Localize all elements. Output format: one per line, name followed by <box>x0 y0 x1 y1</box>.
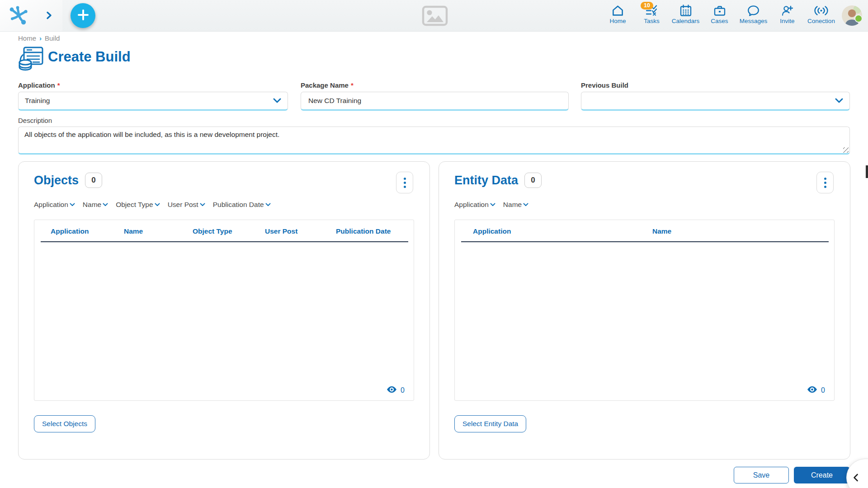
objects-visible-count[interactable]: 0 <box>387 386 405 395</box>
nav-item-conection[interactable]: Conection <box>804 0 838 24</box>
objects-panel-title: Objects 0 <box>34 173 102 188</box>
sidebar-expand-button[interactable] <box>43 10 54 21</box>
column-header[interactable]: Name <box>124 227 193 235</box>
nav-item-calendars[interactable]: Calendars <box>669 0 703 24</box>
application-select-value: Training <box>25 97 50 105</box>
nav-label: Conection <box>807 18 835 24</box>
person-plus-icon <box>781 4 794 17</box>
nav-label: Cases <box>711 18 728 24</box>
filter-application[interactable]: Application <box>454 201 495 209</box>
objects-filters: Application Name Object Type User Post P… <box>34 201 271 209</box>
chevron-down-icon <box>200 203 205 206</box>
nav-item-home[interactable]: Home <box>601 0 635 24</box>
resize-handle[interactable] <box>843 147 849 153</box>
previous-build-label: Previous Build <box>581 81 628 89</box>
header-divider <box>461 241 829 242</box>
page-title: Create Build <box>48 49 131 65</box>
breadcrumb-separator: › <box>39 34 42 42</box>
entity-menu-button[interactable] <box>816 172 834 193</box>
application-label: Application* <box>18 81 60 89</box>
package-name-label: Package Name* <box>301 81 354 89</box>
filter-publication-date[interactable]: Publication Date <box>213 201 271 209</box>
app-logo-icon[interactable] <box>8 5 29 28</box>
visible-count-value: 0 <box>821 386 825 394</box>
user-avatar[interactable] <box>838 0 865 28</box>
column-header[interactable]: User Post <box>265 227 336 235</box>
eye-icon <box>387 386 397 395</box>
chevron-right-icon <box>46 11 52 21</box>
objects-table-header: Application Name Object Type User Post P… <box>34 220 414 235</box>
entity-panel-title: Entity Data 0 <box>454 173 542 188</box>
scrollbar-thumb[interactable] <box>866 165 868 178</box>
chevron-down-icon <box>70 203 75 206</box>
breadcrumb: Home › Build <box>18 34 60 42</box>
filter-name[interactable]: Name <box>83 201 108 209</box>
chevron-down-icon <box>103 203 108 206</box>
chevron-down-icon <box>273 97 281 105</box>
create-button[interactable]: Create <box>794 467 850 483</box>
nav-label: Tasks <box>644 18 660 24</box>
objects-table: Application Name Object Type User Post P… <box>34 220 414 401</box>
filter-user-post[interactable]: User Post <box>168 201 205 209</box>
column-header[interactable]: Object Type <box>193 227 265 235</box>
header-divider <box>41 241 408 242</box>
package-name-input[interactable] <box>307 96 562 105</box>
column-header[interactable]: Application <box>51 227 124 235</box>
image-placeholder-icon <box>422 5 448 28</box>
application-select[interactable]: Training <box>18 92 288 111</box>
column-header[interactable]: Name <box>652 227 834 235</box>
nav-label: Invite <box>780 18 794 24</box>
save-button[interactable]: Save <box>734 467 789 483</box>
entity-table-header: Application Name <box>455 220 834 235</box>
objects-menu-button[interactable] <box>396 172 413 193</box>
nav-label: Home <box>609 18 626 24</box>
filter-object-type[interactable]: Object Type <box>116 201 160 209</box>
tasks-count-badge: 10 <box>641 2 653 9</box>
required-asterisk: * <box>57 81 60 89</box>
entity-visible-count[interactable]: 0 <box>807 386 825 395</box>
nav-item-tasks[interactable]: 10 Tasks <box>635 0 669 24</box>
kebab-icon <box>824 178 826 188</box>
signal-waves-icon <box>814 4 828 17</box>
nav-item-cases[interactable]: Cases <box>703 0 736 24</box>
eye-icon <box>807 386 817 395</box>
briefcase-icon <box>714 4 726 17</box>
create-build-page: Home 10 Tasks <box>0 0 868 488</box>
calendar-icon <box>680 4 692 17</box>
objects-count-chip: 0 <box>85 173 102 188</box>
nav-label: Calendars <box>672 18 700 24</box>
entity-table: Application Name 0 <box>454 220 835 401</box>
message-bubble-icon <box>747 4 760 17</box>
home-icon <box>612 4 624 17</box>
nav-item-messages[interactable]: Messages <box>736 0 770 24</box>
description-label: Description <box>18 117 52 124</box>
create-build-icon <box>17 46 44 74</box>
chevron-down-icon <box>265 203 271 206</box>
logo-container <box>0 0 62 31</box>
breadcrumb-home[interactable]: Home <box>18 34 36 42</box>
visible-count-value: 0 <box>401 386 405 394</box>
entity-count-chip: 0 <box>524 173 542 188</box>
filter-application[interactable]: Application <box>34 201 75 209</box>
chevron-down-icon <box>835 97 843 105</box>
chevron-down-icon <box>490 203 495 206</box>
chevron-down-icon <box>155 203 160 206</box>
side-panel-collapse-tab[interactable] <box>846 459 868 488</box>
add-new-button[interactable] <box>71 3 95 28</box>
nav-item-invite[interactable]: Invite <box>770 0 804 24</box>
kebab-icon <box>404 178 406 188</box>
description-textarea[interactable]: All objects of the application will be i… <box>19 127 849 153</box>
select-entity-data-button[interactable]: Select Entity Data <box>454 415 526 432</box>
previous-build-select[interactable] <box>581 92 850 111</box>
breadcrumb-build[interactable]: Build <box>45 34 60 42</box>
top-nav: Home 10 Tasks <box>601 0 865 31</box>
plus-icon <box>77 9 89 23</box>
column-header[interactable]: Application <box>473 227 652 235</box>
required-asterisk: * <box>351 81 354 89</box>
column-header[interactable]: Publication Date <box>336 227 414 235</box>
filter-name[interactable]: Name <box>503 201 528 209</box>
select-objects-button[interactable]: Select Objects <box>34 415 95 432</box>
chevron-left-icon <box>853 474 859 482</box>
entity-filters: Application Name <box>454 201 528 209</box>
description-field-wrap: All objects of the application will be i… <box>18 127 850 155</box>
